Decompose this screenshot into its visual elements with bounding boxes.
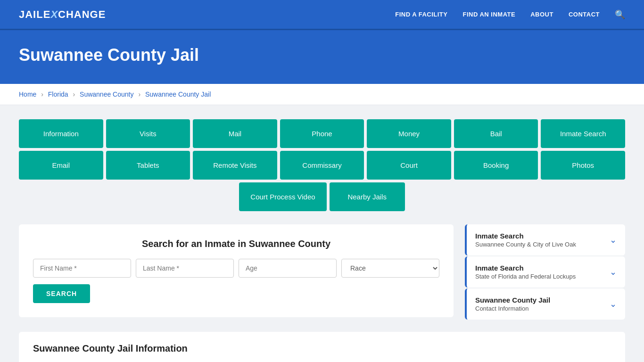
logo-exchange-text: EXCHANGE [43, 8, 106, 21]
logo-jail-text: JAIL [19, 8, 43, 21]
btn-nearby-jails[interactable]: Nearby Jails [330, 182, 405, 211]
breadcrumb-home[interactable]: Home [19, 90, 36, 98]
nav-grid-row3: Court Process Video Nearby Jails [19, 182, 625, 211]
breadcrumb-florida[interactable]: Florida [48, 90, 68, 98]
nav-find-inmate[interactable]: FIND AN INMATE [462, 11, 515, 18]
sidebar-card-subtitle-3: Contact Information [475, 305, 550, 312]
inmate-search-panel: Search for an Inmate in Suwannee County … [19, 224, 454, 317]
breadcrumb-sep2: › [73, 90, 77, 98]
sidebar-card-contact: Suwannee County Jail Contact Information… [465, 288, 625, 320]
site-header: JAILEXCHANGE FIND A FACILITY FIND AN INM… [0, 0, 644, 30]
btn-commissary[interactable]: Commissary [280, 151, 364, 180]
btn-phone[interactable]: Phone [280, 119, 364, 148]
page-title: Suwannee County Jail [19, 45, 625, 65]
btn-mail[interactable]: Mail [193, 119, 277, 148]
sidebar-card-title-3: Suwannee County Jail [475, 296, 550, 304]
btn-photos[interactable]: Photos [541, 151, 625, 180]
search-icon[interactable]: 🔍 [615, 9, 625, 20]
hero-section: Suwannee County Jail [0, 30, 644, 84]
sidebar-card-florida-search: Inmate Search State of Florida and Feder… [465, 256, 625, 288]
nav-contact[interactable]: CONTACT [569, 11, 600, 18]
nav-grid-row1: Information Visits Mail Phone Money Bail… [19, 119, 625, 148]
site-logo[interactable]: JAILEXCHANGE [19, 8, 106, 21]
btn-money[interactable]: Money [367, 119, 451, 148]
content-row: Search for an Inmate in Suwannee County … [19, 224, 625, 321]
btn-court-process-video[interactable]: Court Process Video [239, 182, 326, 211]
sidebar-card-header-2[interactable]: Inmate Search State of Florida and Feder… [467, 256, 625, 288]
nav-find-facility[interactable]: FIND A FACILITY [395, 11, 447, 18]
btn-booking[interactable]: Booking [454, 151, 538, 180]
sidebar-card-text-2: Inmate Search State of Florida and Feder… [475, 264, 576, 280]
chevron-down-icon-1: ⌄ [610, 235, 617, 245]
race-select[interactable]: Race White Black Hispanic Asian Other [341, 259, 439, 278]
btn-tablets[interactable]: Tablets [106, 151, 190, 180]
jail-info-title: Suwannee County Jail Information [33, 343, 611, 354]
breadcrumb: Home › Florida › Suwannee County › Suwan… [0, 84, 644, 105]
chevron-down-icon-3: ⌄ [610, 299, 617, 309]
age-input[interactable] [239, 259, 337, 278]
breadcrumb-county[interactable]: Suwannee County [80, 90, 133, 98]
btn-bail[interactable]: Bail [454, 119, 538, 148]
sidebar-card-title-2: Inmate Search [475, 264, 576, 272]
btn-information[interactable]: Information [19, 119, 103, 148]
breadcrumb-sep1: › [41, 90, 45, 98]
sidebar-card-subtitle-1: Suwannee County & City of Live Oak [475, 241, 576, 248]
search-title: Search for an Inmate in Suwannee County [33, 239, 439, 249]
first-name-input[interactable] [33, 259, 131, 278]
sidebar: Inmate Search Suwannee County & City of … [465, 224, 625, 321]
btn-inmate-search[interactable]: Inmate Search [541, 119, 625, 148]
chevron-down-icon-2: ⌄ [610, 267, 617, 277]
main-content: Information Visits Mail Phone Money Bail… [0, 105, 644, 362]
main-nav: FIND A FACILITY FIND AN INMATE ABOUT CON… [395, 9, 625, 20]
btn-email[interactable]: Email [19, 151, 103, 180]
search-button[interactable]: SEARCH [33, 284, 90, 303]
nav-grid-row2: Email Tablets Remote Visits Commissary C… [19, 151, 625, 180]
breadcrumb-sep3: › [138, 90, 142, 98]
sidebar-card-subtitle-2: State of Florida and Federal Lockups [475, 273, 576, 280]
sidebar-card-header-1[interactable]: Inmate Search Suwannee County & City of … [467, 224, 625, 255]
search-fields: Race White Black Hispanic Asian Other [33, 259, 439, 278]
sidebar-card-suwannee-search: Inmate Search Suwannee County & City of … [465, 224, 625, 255]
btn-court[interactable]: Court [367, 151, 451, 180]
last-name-input[interactable] [136, 259, 234, 278]
sidebar-card-text-3: Suwannee County Jail Contact Information [475, 296, 550, 312]
sidebar-card-text-1: Inmate Search Suwannee County & City of … [475, 232, 576, 248]
sidebar-card-header-3[interactable]: Suwannee County Jail Contact Information… [467, 288, 625, 320]
jail-info-section: Suwannee County Jail Information [19, 332, 625, 362]
nav-about[interactable]: ABOUT [530, 11, 553, 18]
btn-remote-visits[interactable]: Remote Visits [193, 151, 277, 180]
sidebar-card-title-1: Inmate Search [475, 232, 576, 240]
breadcrumb-jail[interactable]: Suwannee County Jail [145, 90, 211, 98]
btn-visits[interactable]: Visits [106, 119, 190, 148]
